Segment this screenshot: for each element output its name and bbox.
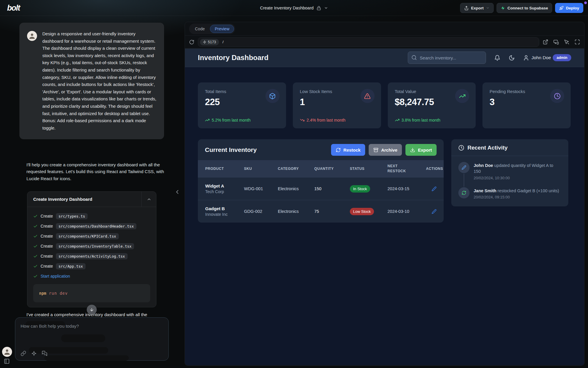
archive-button[interactable]: Archive <box>369 144 402 156</box>
tab-preview[interactable]: Preview <box>210 25 234 33</box>
current-inventory-card: Current Inventory Restock Archive <box>198 139 444 223</box>
task-step-start-application: Start application <box>33 271 150 281</box>
bolt-workspace: bolt Create Inventory Dashboard Export C… <box>0 0 588 368</box>
collapse-chat-chevron-left-icon[interactable] <box>174 189 181 195</box>
port-badge[interactable]: 5173 <box>200 39 219 45</box>
fullscreen-icon[interactable] <box>574 39 580 45</box>
task-step: Create src/components/ActivityLog.tsx <box>33 251 150 261</box>
dark-mode-moon-icon[interactable] <box>509 55 515 61</box>
responsive-devices-icon[interactable] <box>553 39 559 45</box>
kpi-card-low-stock: Low Stock Items 1 2.4% from last month <box>293 82 381 128</box>
file-chip[interactable]: src/components/KPICard.tsx <box>56 233 119 239</box>
chat-input-box[interactable] <box>15 317 169 361</box>
tab-code[interactable]: Code <box>190 25 209 33</box>
category-cell: Electronics <box>278 209 314 214</box>
kpi-card-pending-restocks: Pending Restocks 3 <box>482 82 571 128</box>
check-icon <box>33 234 38 238</box>
user-icon <box>523 55 529 61</box>
preview-toolbar-icons <box>543 39 580 45</box>
collapse-chevron-up-icon[interactable] <box>141 192 156 207</box>
deploy-label: Deploy <box>566 6 579 10</box>
table-row: Widget A Tech Corp WDG-001 Electronics 1… <box>198 177 444 200</box>
project-menu-chevron-down-icon[interactable] <box>324 6 328 10</box>
column-header-category: Category <box>278 167 314 171</box>
reload-icon[interactable] <box>189 39 194 45</box>
chat-input[interactable] <box>21 324 162 341</box>
inventory-card-header: Current Inventory Restock Archive <box>198 139 444 160</box>
file-chip[interactable]: src/App.tsx <box>56 263 86 269</box>
quantity-cell[interactable]: 75 <box>314 209 350 214</box>
address-bar[interactable]: 5173 / <box>198 37 539 47</box>
column-header-sku: SKU <box>244 167 278 171</box>
export-table-button[interactable]: Export <box>405 144 437 156</box>
status-badge: In Stock <box>350 185 370 193</box>
task-card: Create Inventory Dashboard Create src/ty… <box>27 191 156 307</box>
file-chip[interactable]: src/components/DashboardHeader.tsx <box>56 223 136 229</box>
step-action: Create <box>41 254 53 258</box>
restock-button[interactable]: Restock <box>331 144 365 156</box>
chat-panel: Design a responsive and user-friendly in… <box>0 16 184 368</box>
status-badge: Low Stock <box>350 208 374 215</box>
export-table-label: Export <box>418 147 432 152</box>
user-message-card: Design a responsive and user-friendly in… <box>19 23 164 139</box>
supabase-bolt-icon <box>501 6 505 10</box>
link-attachment-icon[interactable] <box>21 351 26 356</box>
task-step: Create src/components/InventoryTable.tsx <box>33 241 150 251</box>
step-action: Create <box>41 224 53 228</box>
connect-supabase-button[interactable]: Connect to Supabase <box>497 3 552 13</box>
task-card-header: Create Inventory Dashboard <box>27 192 156 207</box>
clock-icon <box>550 89 564 103</box>
search-input[interactable] <box>408 52 486 64</box>
bell-icon[interactable] <box>494 55 500 61</box>
chat-discussion-icon[interactable] <box>42 351 47 356</box>
blurred-artifact <box>44 355 129 361</box>
activity-actor: Jane Smith <box>474 188 496 193</box>
activity-action: restocked Gadget B (+100 units) <box>497 188 559 193</box>
table-row: Gadget B Innovate Inc GDG-002 Electronic… <box>198 200 444 223</box>
product-cell: Gadget B Innovate Inc <box>205 206 244 217</box>
account-avatar[interactable] <box>2 347 12 357</box>
product-supplier: Tech Corp <box>205 189 244 194</box>
activity-item: Jane Smithrestocked Gadget B (+100 units… <box>458 187 561 199</box>
export-button[interactable]: Export <box>460 3 494 13</box>
inventory-table-header: Product SKU Category Quantity Status Nex… <box>198 160 444 177</box>
export-label: Export <box>471 6 484 10</box>
user-name: John Doe <box>532 55 551 60</box>
scroll-to-bottom-button[interactable] <box>87 305 97 315</box>
check-icon <box>33 244 38 248</box>
trending-up-icon <box>455 89 469 103</box>
kpi-trend-text: 5.2% from last month <box>212 118 250 122</box>
assistant-intro-text: I'll help you create a comprehensive inv… <box>26 161 167 182</box>
file-chip[interactable]: src/types.ts <box>56 213 88 219</box>
file-chip[interactable]: src/components/InventoryTable.tsx <box>56 243 134 249</box>
activity-actor: John Doe <box>474 163 493 168</box>
product-name: Widget A <box>205 183 244 188</box>
activity-text: Jane Smithrestocked Gadget B (+100 units… <box>474 187 559 199</box>
start-application-link[interactable]: Start application <box>41 274 70 279</box>
file-chip[interactable]: src/components/ActivityLog.tsx <box>56 253 128 259</box>
terminal-args: run dev <box>49 291 68 296</box>
restock-label: Restock <box>343 147 360 152</box>
task-step: Create src/App.tsx <box>33 261 150 271</box>
bulk-action-buttons: Restock Archive Export <box>331 144 437 156</box>
check-icon <box>33 264 38 268</box>
inspector-pointer-off-icon[interactable] <box>564 39 569 45</box>
step-action: Create <box>41 264 53 268</box>
quantity-cell[interactable]: 150 <box>314 186 350 191</box>
assistant-outro-text: I've created a comprehensive inventory d… <box>26 312 167 317</box>
edit-pencil-icon[interactable] <box>432 186 444 191</box>
task-step: Create src/components/DashboardHeader.ts… <box>33 221 150 231</box>
edit-pencil-icon[interactable] <box>432 209 444 214</box>
bolt-logo[interactable]: bolt <box>7 4 20 13</box>
deploy-button[interactable]: Deploy <box>555 3 583 13</box>
chat-input-toolbar <box>21 351 47 356</box>
port-zap-icon <box>203 40 206 44</box>
open-external-icon[interactable] <box>543 39 548 45</box>
kpi-row: Total Items 225 5.2% from last month Low… <box>185 82 584 128</box>
step-action: Create <box>41 244 53 248</box>
connect-supabase-label: Connect to Supabase <box>507 6 548 10</box>
user-menu[interactable]: John Doe <box>523 55 551 61</box>
sparkles-icon[interactable] <box>31 351 37 356</box>
sidebar-toggle-icon[interactable] <box>4 358 10 364</box>
rocket-icon <box>559 6 564 10</box>
